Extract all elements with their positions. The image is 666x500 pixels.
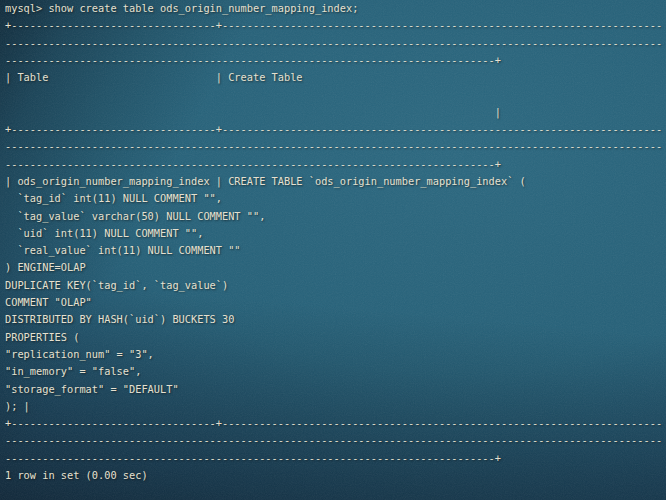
terminal-output: mysql> show create table ods_origin_numb…	[0, 0, 666, 500]
table-row-line: COMMENT "OLAP"	[5, 294, 666, 311]
table-border-line: ----------------------------------------…	[5, 156, 666, 173]
terminal-prompt-line: mysql> show create table ods_origin_numb…	[5, 0, 666, 17]
table-row-line: `uid` int(11) NULL COMMENT "",	[5, 225, 666, 242]
table-border-line: +---------------------------------+-----…	[5, 17, 666, 34]
table-border-line: +---------------------------------+-----…	[5, 121, 666, 138]
table-border-line: +---------------------------------+-----…	[5, 415, 666, 432]
table-border-line: ----------------------------------------…	[5, 138, 666, 155]
table-row-line: PROPERTIES (	[5, 329, 666, 346]
table-row-line: `tag_id` int(11) NULL COMMENT "",	[5, 190, 666, 207]
table-row-line: ) ENGINE=OLAP	[5, 259, 666, 276]
table-header-line	[5, 86, 666, 103]
table-border-line: ----------------------------------------…	[5, 450, 666, 467]
table-row-line: DUPLICATE KEY(`tag_id`, `tag_value`)	[5, 277, 666, 294]
table-row-line: DISTRIBUTED BY HASH(`uid`) BUCKETS 30	[5, 311, 666, 328]
table-header-line: |	[5, 104, 666, 121]
table-border-line: ----------------------------------------…	[5, 432, 666, 449]
table-row-line: "storage_format" = "DEFAULT"	[5, 381, 666, 398]
table-header-line: | Table | Create Table	[5, 69, 666, 86]
table-row-line: `real_value` int(11) NULL COMMENT ""	[5, 242, 666, 259]
status-line: 1 row in set (0.00 sec)	[5, 467, 666, 484]
table-row-line: "in_memory" = "false",	[5, 363, 666, 380]
table-border-line: ----------------------------------------…	[5, 35, 666, 52]
table-row-line: `tag_value` varchar(50) NULL COMMENT "",	[5, 208, 666, 225]
table-row-line: | ods_origin_number_mapping_index | CREA…	[5, 173, 666, 190]
table-row-line: "replication_num" = "3",	[5, 346, 666, 363]
table-row-line: ); |	[5, 398, 666, 415]
mysql-terminal[interactable]: mysql> show create table ods_origin_numb…	[0, 0, 666, 500]
table-border-line: ----------------------------------------…	[5, 52, 666, 69]
